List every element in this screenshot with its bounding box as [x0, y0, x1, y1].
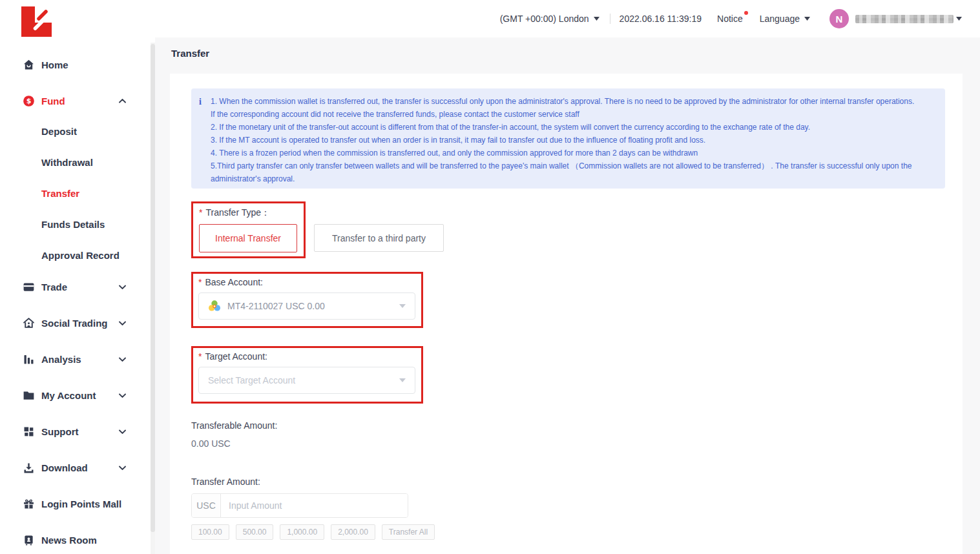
- transfer-amount-input-group: USC: [191, 493, 408, 518]
- sidebar-item-label: Transfer: [41, 188, 79, 199]
- transfer-type-section: *Transfer Type： Internal Transfer Transf…: [191, 201, 945, 258]
- required-asterisk: *: [199, 207, 202, 218]
- sidebar-item-my-account[interactable]: My Account: [0, 387, 150, 403]
- sidebar-item-news-room[interactable]: News Room: [0, 532, 150, 548]
- sidebar-item-label: Withdrawal: [41, 157, 93, 168]
- sidebar-item-label: Funds Details: [41, 219, 105, 230]
- sidebar-item-label: Home: [41, 59, 68, 70]
- currency-prefix: USC: [192, 494, 221, 517]
- sidebar-item-download[interactable]: Download: [0, 460, 150, 475]
- notice-line: 4. There is a frozen period when the com…: [211, 147, 933, 159]
- caret-down-icon: [804, 17, 810, 21]
- notice-line: 1. When the commission wallet is transfe…: [211, 95, 933, 108]
- annotation-highlight-target-account: *Target Account: Select Target Account: [191, 346, 423, 404]
- transfer-type-label: *Transfer Type：: [199, 207, 298, 219]
- gift-icon: [21, 497, 36, 511]
- sidebar-item-label: Download: [41, 462, 88, 473]
- chevron-down-icon: [119, 393, 126, 398]
- sidebar-item-withdrawal[interactable]: Withdrawal: [0, 154, 150, 170]
- sidebar-item-label: Analysis: [41, 354, 81, 365]
- language-selector[interactable]: Language: [760, 14, 810, 24]
- home-icon: [21, 57, 36, 72]
- annotation-highlight-base-account: *Base Account: MT4-2110027 USC 0.00: [191, 272, 423, 328]
- quick-amount-button-1000[interactable]: 1,000.00: [280, 524, 324, 540]
- dollar-icon: $: [21, 94, 36, 108]
- divider: [610, 14, 610, 24]
- username-redacted[interactable]: [855, 15, 954, 23]
- internal-transfer-button[interactable]: Internal Transfer: [199, 224, 297, 252]
- sidebar: Home $ Fund Deposit Withdrawal Transfer …: [0, 0, 155, 554]
- sidebar-scrollbar-track: [151, 43, 155, 554]
- caret-down-icon: [594, 17, 599, 21]
- sidebar-item-fund[interactable]: $ Fund: [0, 93, 150, 108]
- sidebar-item-support[interactable]: Support: [0, 424, 150, 439]
- chevron-down-icon: [119, 357, 126, 362]
- quick-amount-button-2000[interactable]: 2,000.00: [331, 524, 375, 540]
- sidebar-item-label: Deposit: [41, 126, 77, 137]
- chevron-down-icon: [119, 466, 126, 470]
- sidebar-item-analysis[interactable]: Analysis: [0, 351, 150, 367]
- notice-line: If the corresponding account did not rec…: [211, 108, 933, 121]
- transferable-amount-value: 0.00 USC: [191, 438, 945, 449]
- download-icon: [21, 460, 36, 475]
- sidebar-item-funds-details[interactable]: Funds Details: [0, 216, 150, 232]
- brand-logo[interactable]: [21, 6, 52, 37]
- notice-unread-dot: [744, 11, 748, 15]
- page-title: Transfer: [171, 48, 209, 59]
- caret-down-icon[interactable]: [956, 17, 962, 21]
- quick-amount-button-500[interactable]: 500.00: [236, 524, 274, 540]
- sidebar-item-label: News Room: [41, 535, 97, 546]
- notice-label: Notice: [717, 14, 743, 24]
- sidebar-item-label: Approval Record: [41, 250, 120, 261]
- annotation-highlight-transfer-type: *Transfer Type： Internal Transfer: [191, 201, 306, 258]
- required-asterisk: *: [198, 277, 202, 287]
- mt4-platform-icon: [208, 300, 221, 313]
- quick-amount-row: 100.00 500.00 1,000.00 2,000.00 Transfer…: [191, 524, 945, 540]
- sidebar-item-label: Social Trading: [41, 318, 108, 329]
- notice-line: 5.Third party transfer can only transfer…: [211, 159, 933, 185]
- notice-box: i 1. When the commission wallet is trans…: [191, 88, 945, 189]
- sidebar-item-deposit[interactable]: Deposit: [0, 123, 150, 139]
- transferable-amount-label: Transferable Amount:: [191, 420, 945, 431]
- sidebar-item-social-trading[interactable]: Social Trading: [0, 315, 150, 331]
- sidebar-item-trade[interactable]: Trade: [0, 279, 150, 294]
- chevron-down-icon: [119, 321, 126, 325]
- notice-link[interactable]: Notice: [717, 14, 743, 24]
- svg-text:$: $: [26, 97, 31, 105]
- language-label: Language: [760, 14, 800, 24]
- sidebar-item-login-points-mall[interactable]: Login Points Mall: [0, 496, 150, 511]
- info-icon: i: [199, 96, 202, 108]
- caret-down-icon: [399, 378, 406, 382]
- transfer-card: i 1. When the commission wallet is trans…: [170, 74, 963, 554]
- sidebar-item-approval-record[interactable]: Approval Record: [0, 247, 150, 263]
- house-person-icon: [21, 316, 36, 330]
- target-account-select[interactable]: Select Target Account: [198, 367, 415, 394]
- base-account-label: *Base Account:: [198, 277, 421, 287]
- chevron-down-icon: [119, 429, 126, 434]
- sidebar-item-label: Fund: [41, 96, 65, 107]
- target-account-label: *Target Account:: [198, 351, 421, 362]
- server-datetime: 2022.06.16 11:39:19: [620, 14, 702, 24]
- third-party-transfer-button[interactable]: Transfer to a third party: [314, 224, 444, 252]
- timezone-label: (GMT +00:00) London: [500, 14, 589, 24]
- grid-icon: [21, 424, 36, 438]
- sidebar-item-transfer[interactable]: Transfer: [0, 185, 150, 201]
- bar-chart-icon: [21, 352, 36, 366]
- quick-amount-button-100[interactable]: 100.00: [191, 524, 229, 540]
- top-bar: (GMT +00:00) London 2022.06.16 11:39:19 …: [155, 0, 980, 37]
- news-icon: [21, 533, 36, 547]
- base-account-select[interactable]: MT4-2110027 USC 0.00: [198, 292, 415, 320]
- user-avatar[interactable]: N: [829, 9, 849, 28]
- sidebar-scrollbar-thumb[interactable]: [151, 44, 155, 532]
- sidebar-item-label: Login Points Mall: [41, 498, 121, 509]
- sidebar-item-label: My Account: [41, 390, 96, 401]
- chevron-down-icon: [119, 285, 126, 289]
- notice-line: 2. If the monetary unit of the transfer-…: [211, 121, 933, 134]
- transfer-amount-label: Transfer Amount:: [191, 477, 945, 487]
- transfer-amount-input[interactable]: [221, 494, 408, 517]
- notice-line: 3. If the MT account is operated to tran…: [211, 134, 933, 147]
- sidebar-item-home[interactable]: Home: [0, 57, 150, 72]
- folder-icon: [21, 388, 36, 402]
- timezone-selector[interactable]: (GMT +00:00) London: [500, 14, 599, 24]
- transfer-all-button[interactable]: Transfer All: [382, 524, 435, 540]
